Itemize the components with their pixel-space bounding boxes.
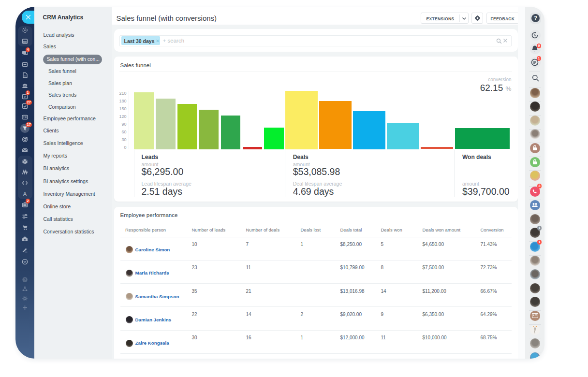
svg-text:?: ? bbox=[24, 277, 26, 282]
svg-text:A: A bbox=[23, 191, 27, 197]
